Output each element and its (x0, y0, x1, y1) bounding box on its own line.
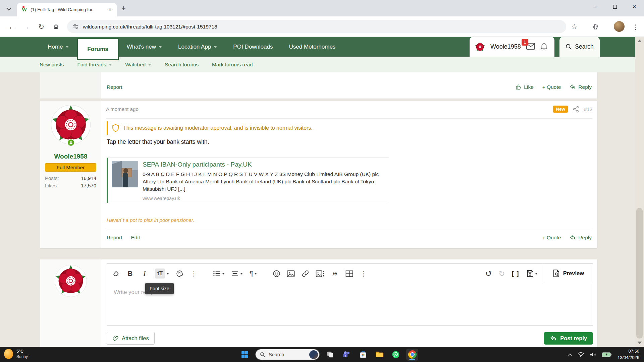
scroll-down-button[interactable] (635, 339, 644, 347)
post-timestamp[interactable]: A moment ago (106, 106, 139, 112)
list-button[interactable] (213, 267, 225, 280)
page-content: Report Like + Quote Reply (0, 72, 635, 347)
nav-item-location-app[interactable]: Location App (170, 37, 225, 57)
report-link[interactable]: Report (107, 84, 122, 90)
scroll-up-button[interactable] (635, 37, 644, 45)
member-name[interactable]: Wooie1958 (40, 153, 101, 160)
insert-table-button[interactable] (345, 267, 353, 280)
post-number-link[interactable]: #12 (584, 106, 592, 112)
subnav-new-posts[interactable]: New posts (40, 62, 64, 68)
link-preview-card[interactable]: SEPA IBAN-Only participants - Pay.UK 0-9… (107, 158, 389, 203)
tray-chevron-up-icon[interactable] (568, 353, 572, 356)
scrollbar-thumb[interactable] (636, 208, 643, 339)
chevron-down-icon (166, 273, 169, 275)
bookmark-star-icon[interactable]: ☆ (569, 21, 580, 33)
taskbar-clock[interactable]: 07:50 13/04/2026 (618, 348, 639, 361)
file-explorer-icon[interactable] (373, 349, 385, 361)
stat-label: Posts: (45, 175, 59, 181)
font-size-button[interactable]: tT (155, 267, 169, 280)
subnav-find-threads[interactable]: Find threads (77, 62, 112, 68)
browser-profile-avatar[interactable] (614, 21, 625, 32)
paragraph-format-button[interactable]: ¶ (249, 267, 257, 280)
back-button[interactable]: ← (6, 21, 17, 33)
browser-menu-button[interactable]: ⋮ (630, 21, 641, 33)
maximize-button[interactable] (605, 0, 625, 13)
quote-button[interactable]: + Quote (542, 235, 561, 241)
nav-item-used-motorhomes[interactable]: Used Motorhomes (281, 37, 343, 57)
tab-search-button[interactable] (4, 4, 13, 14)
stat-label: Likes: (45, 183, 58, 188)
report-link[interactable]: Report (107, 235, 122, 241)
inbox-button[interactable]: 1 (526, 43, 535, 51)
remove-format-button[interactable] (112, 267, 120, 280)
reply-label: Reply (578, 84, 592, 90)
more-format-options-button[interactable]: ⋮ (190, 267, 198, 280)
reload-button[interactable]: ↻ (36, 21, 47, 33)
reply-input[interactable]: Write your reply... (107, 283, 593, 301)
address-bar[interactable]: wildcamping.co.uk/threads/fulli-tag.1031… (67, 20, 566, 33)
reply-button[interactable]: Reply (570, 84, 592, 90)
minimize-button[interactable]: ─ (586, 0, 605, 13)
more-insert-options-button[interactable]: ⋮ (360, 267, 368, 280)
insert-media-button[interactable] (316, 267, 324, 280)
taskbar-weather-widget[interactable]: 5°C Sunny (4, 349, 28, 359)
tab-close-icon[interactable]: × (107, 6, 113, 13)
pilcrow-glyph: ¶ (250, 270, 253, 278)
taskbar-search-box[interactable]: Search (255, 349, 320, 360)
insert-link-button[interactable] (301, 267, 309, 280)
clock-date: 13/04/2026 (618, 355, 639, 361)
volume-icon[interactable] (590, 352, 596, 357)
alerts-bell-button[interactable] (540, 43, 548, 51)
quote-button[interactable]: + Quote (542, 84, 561, 90)
extensions-button[interactable] (590, 21, 601, 33)
link-card-domain: www.wearepay.uk (143, 196, 386, 201)
preview-button[interactable]: Preview (544, 264, 593, 283)
teams-icon[interactable]: T (340, 349, 353, 361)
new-tab-button[interactable]: + (121, 5, 126, 12)
whatsapp-icon[interactable] (390, 349, 402, 361)
subnav-mark-forums-read[interactable]: Mark forums read (212, 62, 253, 68)
editor-user-cell (40, 259, 101, 347)
link-card-title[interactable]: SEPA IBAN-Only participants - Pay.UK (143, 161, 386, 168)
tab-title: (1) Fulli Tag | Wild Camping for (31, 7, 104, 12)
user-account-menu[interactable]: Wooie1958 1 (470, 37, 554, 57)
nav-item-forums[interactable]: Forums (77, 38, 118, 60)
post-reply-button[interactable]: Post reply (544, 332, 593, 345)
battery-icon[interactable] (602, 352, 612, 357)
drafts-button[interactable] (526, 267, 538, 280)
close-button[interactable]: × (625, 0, 644, 13)
alignment-button[interactable] (231, 267, 243, 280)
text-color-button[interactable] (175, 267, 183, 280)
browser-tab[interactable]: W (1) Fulli Tag | Wild Camping for × (17, 3, 117, 16)
start-button[interactable] (239, 349, 251, 361)
like-button[interactable]: Like (516, 84, 533, 90)
subnav-search-forums[interactable]: Search forums (165, 62, 199, 68)
page-scrollbar[interactable] (635, 37, 644, 347)
search-button[interactable]: Search (559, 37, 600, 57)
bold-button[interactable]: B (126, 267, 134, 280)
share-icon[interactable] (573, 106, 579, 113)
quote-block-button[interactable]: ” (331, 267, 339, 280)
chrome-icon[interactable] (406, 349, 418, 361)
undo-button[interactable]: ↺ (485, 269, 492, 278)
task-view-button[interactable] (324, 349, 336, 361)
site-favicon-icon: W (21, 6, 27, 13)
redo-button[interactable]: ↻ (498, 269, 505, 278)
edit-link[interactable]: Edit (131, 235, 140, 241)
search-icon (566, 44, 572, 50)
forward-button[interactable]: → (21, 21, 32, 33)
wifi-icon[interactable] (578, 352, 584, 357)
nav-item-home[interactable]: Home (40, 37, 77, 57)
italic-button[interactable]: I (141, 267, 149, 280)
subnav-watched[interactable]: Watched (125, 62, 152, 68)
chevron-down-icon (6, 8, 11, 11)
home-button[interactable] (50, 21, 62, 33)
reply-button[interactable]: Reply (570, 235, 592, 241)
microsoft-store-icon[interactable] (357, 349, 369, 361)
nav-item-poi-downloads[interactable]: POI Downloads (225, 37, 281, 57)
emoji-button[interactable] (272, 267, 280, 280)
bb-code-button[interactable]: [ ] (512, 270, 520, 277)
nav-item-whats-new[interactable]: What's new (119, 37, 170, 57)
insert-image-button[interactable] (287, 267, 295, 280)
attach-files-button[interactable]: Attach files (107, 332, 155, 345)
